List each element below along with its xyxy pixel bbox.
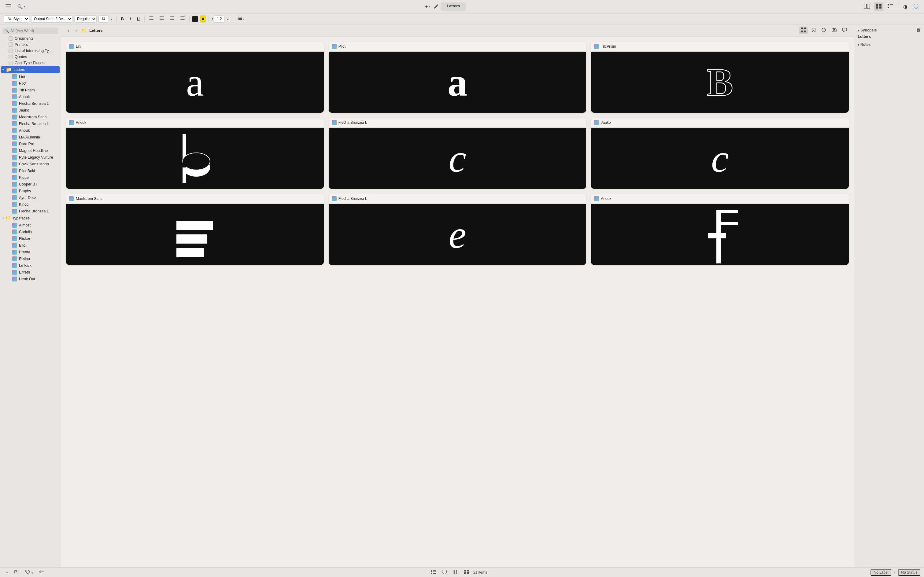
info-button[interactable]: ⓘ xyxy=(912,2,920,11)
svg-rect-11 xyxy=(888,7,889,8)
grid-card-flecha-2[interactable]: Flecha Bronzea L e xyxy=(329,194,586,265)
grid-card-pilot[interactable]: Pilot a xyxy=(329,42,586,113)
line-height-stepper[interactable]: ⌄ xyxy=(225,15,230,23)
align-center-button[interactable] xyxy=(157,15,166,23)
search-input[interactable] xyxy=(10,29,56,33)
sidebar-item-list-interesting[interactable]: List of Interesting Ty... xyxy=(1,48,60,54)
no-label-button[interactable]: No Label xyxy=(871,569,891,576)
text-color-swatch[interactable] xyxy=(192,16,198,22)
highlight-button[interactable]: a xyxy=(200,15,207,23)
bottom-view-list[interactable] xyxy=(429,569,438,575)
synopsis-header[interactable]: ▾ Synopsis 🖼 xyxy=(858,28,920,32)
sidebar-item-retina[interactable]: Retina xyxy=(1,256,60,262)
sidebar-folder-typefaces[interactable]: ▾ 📁 Typefaces xyxy=(1,214,60,222)
sidebar-item-almost[interactable]: Almost xyxy=(1,222,60,229)
sidebar-item-printers[interactable]: Printers xyxy=(1,42,60,48)
comment-button[interactable] xyxy=(840,27,849,34)
grid-card-flecha-1[interactable]: Flecha Bronzea L c xyxy=(329,118,586,189)
img-thumbnail-icon xyxy=(12,88,17,93)
sidebar-item-lini[interactable]: Lini xyxy=(1,73,60,80)
new-item-button[interactable]: + ▾ xyxy=(423,2,432,11)
bold-button[interactable]: B xyxy=(119,15,126,23)
sidebar-item-flicker[interactable]: Flicker xyxy=(1,235,60,242)
sidebar-item-elfreth[interactable]: Elfreth xyxy=(1,269,60,276)
sidebar-item-bilo[interactable]: Bilo xyxy=(1,242,60,249)
view-toggle-button[interactable] xyxy=(799,27,808,34)
sidebar-item-le-kick[interactable]: Le Kick xyxy=(1,262,60,269)
sidebar-item-magnet[interactable]: Magnet Headline xyxy=(1,147,60,154)
new-chevron-icon: ▾ xyxy=(429,5,430,8)
dark-mode-button[interactable]: ◑ xyxy=(901,2,909,11)
bottom-sync-button[interactable] xyxy=(440,569,449,575)
align-left-button[interactable] xyxy=(147,15,156,23)
italic-button[interactable]: I xyxy=(128,15,133,23)
grid-card-lini[interactable]: Lini a xyxy=(66,42,324,113)
nav-prev-button[interactable]: ‹ xyxy=(66,27,71,34)
sidebar-item-anouk-2[interactable]: Anouk xyxy=(1,127,60,134)
sidebar-item-flecha-2[interactable]: Flecha Bronzea L xyxy=(1,121,60,127)
no-status-button[interactable]: No Status xyxy=(898,569,920,576)
bottom-view-columns[interactable] xyxy=(451,569,460,575)
sidebar-item-henk-out[interactable]: Henk Out xyxy=(1,276,60,282)
list-button[interactable]: ▾ xyxy=(236,15,246,23)
bookmark-button[interactable] xyxy=(810,27,817,34)
sidebar-item-tilt-prism[interactable]: Tilt Prism xyxy=(1,87,60,93)
grid-card-tilt-prism[interactable]: Tilt Prism B xyxy=(591,42,849,113)
grid-card-jaako[interactable]: Jaako c xyxy=(591,118,849,189)
tag-button[interactable]: ▾ xyxy=(24,569,35,575)
move-back-button[interactable] xyxy=(37,569,46,575)
font-weight-select[interactable]: Regular xyxy=(74,15,97,23)
style-dropdown[interactable]: No Style xyxy=(4,15,29,23)
font-size-stepper[interactable]: ⌄ xyxy=(109,15,114,23)
nav-menu-button[interactable] xyxy=(4,3,13,10)
sidebar-item-jaako[interactable]: Jaako xyxy=(1,107,60,114)
sidebar-item-quotes[interactable]: Quotes xyxy=(1,54,60,60)
grid-card-maelstrom[interactable]: Maelstrom Sans xyxy=(66,194,324,265)
sidebar-item-label: Magnet Headline xyxy=(19,148,48,153)
sidebar-item-pique[interactable]: Pique xyxy=(1,174,60,181)
view-list-button[interactable] xyxy=(886,3,895,10)
align-justify-button[interactable] xyxy=(178,15,187,23)
sidebar-item-flecha-1[interactable]: Flecha Bronzea L xyxy=(1,100,60,107)
sidebar-item-pilot[interactable]: Pilot xyxy=(1,80,60,87)
nav-next-button[interactable]: › xyxy=(74,27,79,34)
search-bar: 🔍 xyxy=(2,27,58,34)
view-grid-button[interactable] xyxy=(874,2,883,11)
add-item-button[interactable]: + xyxy=(4,569,10,576)
sidebar-item-cool-type[interactable]: Cool Type Places xyxy=(1,60,60,66)
bottom-view-grid2[interactable] xyxy=(462,569,471,575)
camera-button[interactable] xyxy=(830,27,838,34)
notes-header[interactable]: ▾ Notes xyxy=(858,42,920,47)
sidebar-item-lfa[interactable]: LfA Aluminia xyxy=(1,134,60,140)
grid-card-anouk-3[interactable]: Anouk xyxy=(591,194,849,265)
sidebar-item-ornaments[interactable]: Ornaments xyxy=(1,35,60,42)
sidebar-item-covik[interactable]: Covik Sans Mono xyxy=(1,161,60,168)
sidebar-item-cooper[interactable]: Cooper BT xyxy=(1,181,60,188)
font-family-select[interactable]: Output Sans 2 Be... xyxy=(31,15,73,23)
add-folder-button[interactable] xyxy=(13,569,21,575)
font-size-input[interactable] xyxy=(99,15,108,23)
edit-button[interactable] xyxy=(432,2,441,11)
sidebar-item-brenta[interactable]: Brenta xyxy=(1,249,60,256)
sidebar-item-bruphy[interactable]: Bruphy xyxy=(1,188,60,194)
sidebar-item-ayer[interactable]: Ayer Deck xyxy=(1,194,60,201)
label-button[interactable] xyxy=(819,27,828,34)
align-right-button[interactable] xyxy=(168,15,176,23)
underline-button[interactable]: U xyxy=(135,15,142,23)
sidebar-item-kincq[interactable]: Kincq xyxy=(1,201,60,208)
line-height-input[interactable] xyxy=(214,15,225,23)
sidebar-item-pyte[interactable]: Pyte Legacy Vulture xyxy=(1,154,60,161)
sidebar-item-anouk[interactable]: Anouk xyxy=(1,93,60,100)
search-button[interactable]: 🔍 ▾ xyxy=(15,3,27,11)
svg-rect-33 xyxy=(801,31,803,32)
sidebar-item-dora[interactable]: Dora Pro xyxy=(1,140,60,147)
sidebar-item-maelstrom[interactable]: Maelstrom Sans xyxy=(1,114,60,121)
svg-rect-57 xyxy=(431,573,432,574)
img-thumbnail-icon xyxy=(12,135,17,140)
grid-card-anouk[interactable]: Anouk xyxy=(66,118,324,189)
sidebar-item-flecha-3[interactable]: Flecha Bronzea L xyxy=(1,208,60,214)
sidebar-item-coriolis[interactable]: Coriolis xyxy=(1,229,60,235)
sidebar-folder-letters[interactable]: ▾ 📁 Letters xyxy=(1,66,60,73)
sidebar-item-pilot-bold[interactable]: Pilot Bold xyxy=(1,168,60,174)
view-split-button[interactable] xyxy=(862,2,872,11)
